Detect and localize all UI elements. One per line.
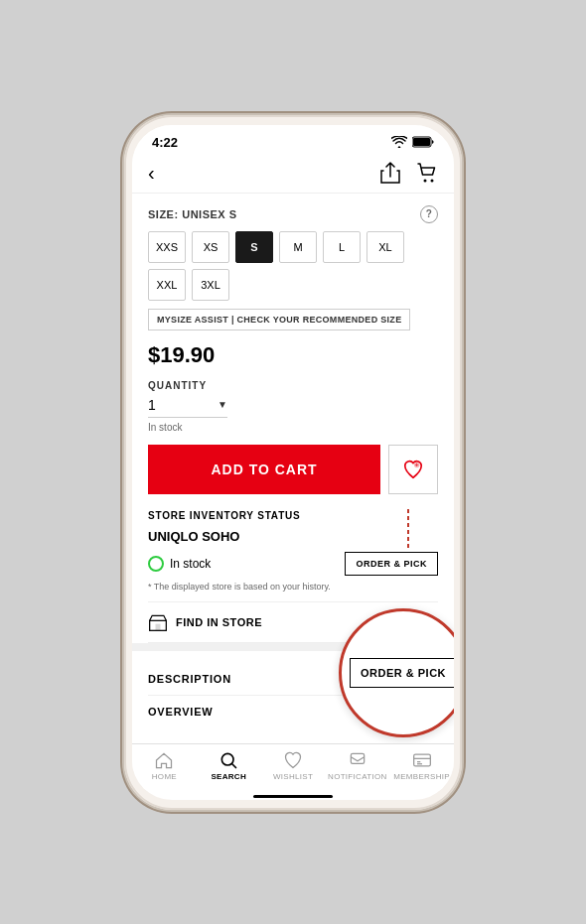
tab-notification-label: NOTIFICATION	[328, 772, 386, 781]
order-pick-circle-label: ORDER & PICK	[350, 658, 454, 688]
stock-dot	[148, 556, 164, 572]
store-icon	[148, 612, 168, 632]
size-btn-m[interactable]: M	[279, 231, 317, 263]
quantity-value: 1	[148, 397, 218, 413]
tab-wishlist-label: WISHLIST	[273, 772, 313, 781]
in-stock-text: In stock	[148, 422, 438, 433]
size-btn-xs[interactable]: XS	[192, 231, 229, 263]
wishlist-button[interactable]: +	[388, 445, 438, 494]
size-grid: XXS XS S M L XL XXL 3XL	[148, 231, 438, 301]
store-note: * The displayed store is based on your h…	[148, 582, 438, 592]
store-stock-row: In stock ORDER & PICK	[148, 552, 438, 576]
status-time: 4:22	[152, 135, 178, 150]
size-btn-xl[interactable]: XL	[366, 231, 404, 263]
status-bar: 4:22	[132, 125, 454, 154]
size-label: SIZE: UNISEX S ?	[148, 205, 438, 223]
svg-line-10	[232, 763, 236, 767]
status-icons	[391, 136, 434, 148]
dotted-connector	[398, 509, 418, 549]
tab-wishlist[interactable]: WISHLIST	[261, 750, 326, 781]
quantity-selector[interactable]: 1 ▼	[148, 397, 227, 418]
add-to-cart-button[interactable]: ADD TO CART	[148, 445, 380, 494]
size-btn-s[interactable]: S	[235, 231, 273, 263]
quantity-dropdown-icon: ▼	[218, 399, 227, 410]
content: SIZE: UNISEX S ? XXS XS S M L XL XXL 3XL…	[132, 194, 454, 743]
size-text: SIZE: UNISEX S	[148, 208, 237, 220]
size-btn-xxl[interactable]: XXL	[148, 269, 186, 301]
size-btn-l[interactable]: L	[323, 231, 361, 263]
add-to-cart-row: ADD TO CART +	[148, 445, 438, 494]
size-btn-xxs[interactable]: XXS	[148, 231, 186, 263]
tab-membership-label: MEMBERSHIP	[393, 772, 450, 781]
stock-indicator: In stock	[148, 556, 211, 572]
search-icon	[219, 750, 238, 770]
svg-rect-8	[156, 623, 161, 630]
share-icon[interactable]	[380, 162, 400, 184]
svg-rect-1	[413, 138, 430, 146]
tab-home-label: HOME	[152, 772, 177, 781]
tab-search-label: SEARCH	[211, 772, 246, 781]
heart-icon: +	[402, 459, 424, 480]
mysize-bar[interactable]: MYSIZE ASSIST | CHECK YOUR RECOMMENDED S…	[148, 309, 410, 330]
store-name: UNIQLO SOHO	[148, 529, 438, 544]
nav-bar: ‹	[132, 154, 454, 194]
home-indicator	[253, 795, 333, 798]
svg-text:+: +	[415, 462, 419, 468]
store-inventory-title: STORE INVENTORY STATUS	[148, 510, 438, 521]
find-in-store-label: FIND IN STORE	[176, 616, 262, 628]
battery-icon	[412, 136, 434, 148]
home-icon	[154, 750, 174, 770]
quantity-label: QUANTITY	[148, 380, 438, 391]
phone-frame: 4:22 ‹	[124, 115, 462, 810]
tab-home[interactable]: HOME	[132, 750, 197, 781]
svg-point-3	[431, 180, 434, 183]
cart-icon[interactable]	[416, 162, 438, 184]
notification-icon	[348, 750, 367, 770]
order-pick-button[interactable]: ORDER & PICK	[345, 552, 438, 576]
tab-notification[interactable]: NOTIFICATION	[325, 750, 389, 781]
size-btn-3xl[interactable]: 3XL	[192, 269, 229, 301]
tab-search[interactable]: SEARCH	[197, 750, 261, 781]
description-title: DESCRIPTION	[148, 673, 231, 685]
nav-actions	[380, 162, 438, 184]
stock-status-text: In stock	[170, 557, 211, 571]
phone-screen: 4:22 ‹	[132, 125, 454, 800]
back-button[interactable]: ‹	[148, 162, 155, 185]
membership-icon	[412, 750, 432, 770]
svg-point-2	[424, 180, 427, 183]
order-pick-circle-overlay: ORDER & PICK	[339, 608, 454, 737]
tab-membership[interactable]: MEMBERSHIP	[389, 750, 454, 781]
tab-bar: HOME SEARCH WISHLIST	[132, 743, 454, 791]
wifi-icon	[391, 136, 407, 148]
help-icon[interactable]: ?	[420, 205, 438, 223]
content-wrapper: SIZE: UNISEX S ? XXS XS S M L XL XXL 3XL…	[148, 205, 438, 727]
wishlist-tab-icon	[283, 750, 303, 770]
price: $19.90	[148, 342, 438, 368]
